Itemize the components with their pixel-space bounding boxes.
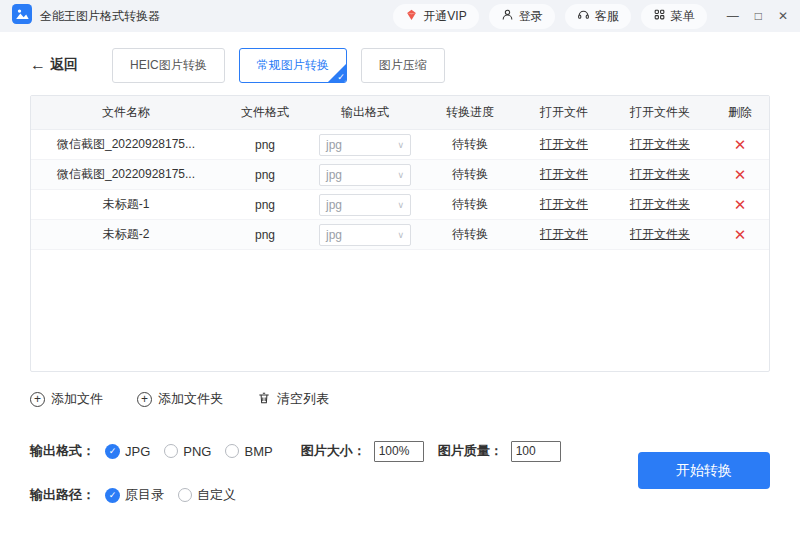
close-icon[interactable]: ✕ <box>778 9 788 23</box>
back-arrow-icon: ← <box>30 56 46 74</box>
tabs: HEIC图片转换 ✓ 常规图片转换 ✓ 图片压缩 ✓ <box>112 48 445 83</box>
file-name: 未标题-1 <box>31 190 221 219</box>
file-name: 未标题-2 <box>31 220 221 249</box>
open-folder-link[interactable]: 打开文件夹 <box>630 196 690 213</box>
chevron-down-icon: ∨ <box>397 230 404 240</box>
format-option-bmp[interactable]: BMP <box>225 444 272 459</box>
add-folder-button[interactable]: + 添加文件夹 <box>137 390 223 408</box>
vip-diamond-icon <box>405 8 418 24</box>
table-header-row: 文件名称 文件格式 输出格式 转换进度 打开文件 打开文件夹 删除 <box>31 96 769 130</box>
radio-unchecked-icon <box>178 488 192 502</box>
image-quality-input[interactable] <box>511 441 561 462</box>
path-option-custom[interactable]: 自定义 <box>178 486 236 504</box>
trash-icon <box>257 391 271 408</box>
tab-label: 常规图片转换 <box>257 58 329 72</box>
file-format: png <box>221 190 309 219</box>
progress-status: 待转换 <box>421 160 519 189</box>
grid-menu-icon <box>653 8 666 24</box>
back-label: 返回 <box>50 56 78 74</box>
format-option-label: BMP <box>244 444 272 459</box>
file-table: 文件名称 文件格式 输出格式 转换进度 打开文件 打开文件夹 删除 微信截图_2… <box>30 95 770 372</box>
table-row: 微信截图_20220928175... png jpg∨ 待转换 打开文件 打开… <box>31 130 769 160</box>
file-format: png <box>221 220 309 249</box>
output-format-select[interactable]: jpg∨ <box>319 194 411 216</box>
table-row: 未标题-2 png jpg∨ 待转换 打开文件 打开文件夹 ✕ <box>31 220 769 250</box>
open-file-link[interactable]: 打开文件 <box>540 166 588 183</box>
open-file-link[interactable]: 打开文件 <box>540 196 588 213</box>
customer-service-button[interactable]: 客服 <box>565 4 631 29</box>
output-path-label: 输出路径： <box>30 486 95 504</box>
path-option-label: 自定义 <box>197 486 236 504</box>
open-file-link[interactable]: 打开文件 <box>540 226 588 243</box>
menu-button[interactable]: 菜单 <box>641 4 707 29</box>
chevron-down-icon: ∨ <box>397 140 404 150</box>
tab-image-compress[interactable]: 图片压缩 ✓ <box>361 48 445 83</box>
delete-icon[interactable]: ✕ <box>734 226 747 244</box>
plus-circle-icon: + <box>137 392 152 407</box>
app-logo-icon <box>12 4 32 28</box>
radio-checked-icon: ✓ <box>105 488 120 503</box>
open-file-link[interactable]: 打开文件 <box>540 136 588 153</box>
format-option-jpg[interactable]: ✓ JPG <box>105 444 150 459</box>
add-file-label: 添加文件 <box>51 390 103 408</box>
radio-unchecked-icon <box>164 444 178 458</box>
selected-output-format: jpg <box>326 198 342 212</box>
path-option-original[interactable]: ✓ 原目录 <box>105 486 164 504</box>
format-option-label: JPG <box>125 444 150 459</box>
output-format-select[interactable]: jpg∨ <box>319 134 411 156</box>
col-header-openfile: 打开文件 <box>519 96 609 129</box>
start-convert-button[interactable]: 开始转换 <box>638 452 770 489</box>
app-title: 全能王图片格式转换器 <box>40 8 160 25</box>
format-option-png[interactable]: PNG <box>164 444 211 459</box>
tab-label: 图片压缩 <box>379 58 427 72</box>
login-label: 登录 <box>519 8 543 25</box>
col-header-delete: 删除 <box>711 96 769 129</box>
file-format: png <box>221 160 309 189</box>
path-option-label: 原目录 <box>125 486 164 504</box>
add-file-button[interactable]: + 添加文件 <box>30 390 103 408</box>
open-folder-link[interactable]: 打开文件夹 <box>630 226 690 243</box>
minimize-icon[interactable]: — <box>727 9 739 23</box>
image-size-input[interactable] <box>374 441 424 462</box>
tab-heic-convert[interactable]: HEIC图片转换 ✓ <box>112 48 225 83</box>
radio-checked-icon: ✓ <box>105 444 120 459</box>
plus-circle-icon: + <box>30 392 45 407</box>
selected-output-format: jpg <box>326 138 342 152</box>
output-format-label: 输出格式： <box>30 442 95 460</box>
window-controls: — □ ✕ <box>727 9 788 23</box>
radio-unchecked-icon <box>225 444 239 458</box>
add-folder-label: 添加文件夹 <box>158 390 223 408</box>
delete-icon[interactable]: ✕ <box>734 136 747 154</box>
list-actions: + 添加文件 + 添加文件夹 清空列表 <box>30 390 770 408</box>
back-button[interactable]: ← 返回 <box>30 56 78 74</box>
open-folder-link[interactable]: 打开文件夹 <box>630 136 690 153</box>
file-name: 微信截图_20220928175... <box>31 130 221 159</box>
selected-output-format: jpg <box>326 168 342 182</box>
headset-icon <box>577 8 590 24</box>
table-row: 微信截图_20220928175... png jpg∨ 待转换 打开文件 打开… <box>31 160 769 190</box>
file-name: 微信截图_20220928175... <box>31 160 221 189</box>
delete-icon[interactable]: ✕ <box>734 166 747 184</box>
output-format-select[interactable]: jpg∨ <box>319 224 411 246</box>
tab-check-icon: ✓ <box>337 72 345 82</box>
menu-label: 菜单 <box>671 8 695 25</box>
titlebar: 全能王图片格式转换器 开通VIP 登录 客服 菜单 — <box>0 0 800 32</box>
progress-status: 待转换 <box>421 220 519 249</box>
clear-list-button[interactable]: 清空列表 <box>257 390 329 408</box>
delete-icon[interactable]: ✕ <box>734 196 747 214</box>
col-header-progress: 转换进度 <box>421 96 519 129</box>
chevron-down-icon: ∨ <box>397 170 404 180</box>
nav-row: ← 返回 HEIC图片转换 ✓ 常规图片转换 ✓ 图片压缩 ✓ <box>30 48 770 82</box>
user-icon <box>501 8 514 24</box>
login-button[interactable]: 登录 <box>489 4 555 29</box>
open-folder-link[interactable]: 打开文件夹 <box>630 166 690 183</box>
col-header-filename: 文件名称 <box>31 96 221 129</box>
output-format-select[interactable]: jpg∨ <box>319 164 411 186</box>
open-vip-button[interactable]: 开通VIP <box>393 4 478 29</box>
clear-list-label: 清空列表 <box>277 390 329 408</box>
image-size-label: 图片大小： <box>301 442 366 460</box>
maximize-icon[interactable]: □ <box>755 9 762 23</box>
tab-regular-convert[interactable]: 常规图片转换 ✓ <box>239 48 347 83</box>
format-option-label: PNG <box>183 444 211 459</box>
open-vip-label: 开通VIP <box>423 8 466 25</box>
